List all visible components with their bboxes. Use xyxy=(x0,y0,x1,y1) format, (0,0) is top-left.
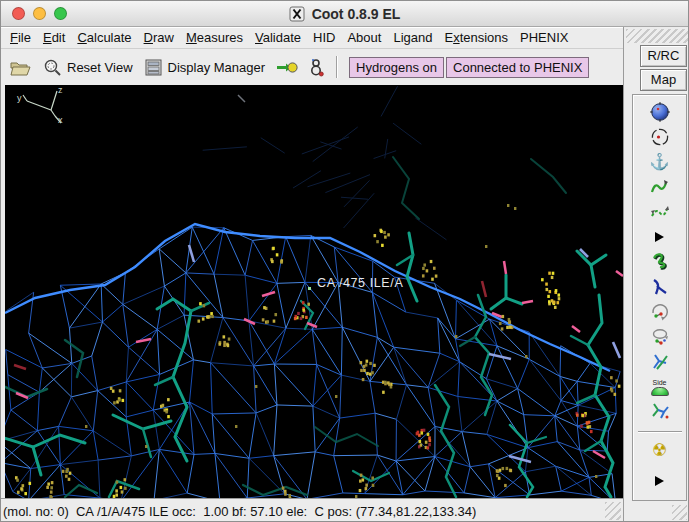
map-button[interactable]: Map xyxy=(640,69,687,91)
menu-item-draw[interactable]: Draw xyxy=(138,28,180,47)
axis-x-label: x xyxy=(58,115,63,125)
status-bar: (mol. no: 0) CA /1/A/475 ILE occ: 1.00 b… xyxy=(1,498,623,522)
menu-item-measures[interactable]: Measures xyxy=(180,28,249,47)
title-bar[interactable]: Coot 0.8.9 EL xyxy=(1,1,688,27)
menu-item-calculate[interactable]: Calculate xyxy=(71,28,137,47)
auto-fit-rotamer-icon xyxy=(649,251,671,273)
expand-tools-button[interactable] xyxy=(647,226,673,248)
target-icon xyxy=(649,126,671,148)
edit-chi-angles-icon xyxy=(649,326,671,348)
axis-z-label: z xyxy=(58,85,63,95)
menu-item-hid[interactable]: HID xyxy=(307,28,341,47)
auto-fit-rotamer-button[interactable] xyxy=(647,251,673,273)
anchor-icon: ⚓ xyxy=(650,154,670,170)
molecule-sticks xyxy=(5,157,623,497)
gl-canvas[interactable]: yzxCA /475 ILE/A xyxy=(5,85,623,498)
sphere-icon xyxy=(649,101,671,123)
atom-label: CA /475 ILE/A xyxy=(317,276,403,290)
go-to-atom-button[interactable] xyxy=(274,58,300,77)
flip-peptide-icon xyxy=(649,351,671,373)
go-to-atom-icon xyxy=(276,60,298,75)
axis-y-label: y xyxy=(17,93,22,103)
open-folder-icon xyxy=(10,59,32,76)
side-label: Side xyxy=(652,379,666,386)
menu-item-about[interactable]: About xyxy=(341,28,387,47)
more-tools-button[interactable] xyxy=(647,470,673,492)
regularize-zone-button[interactable] xyxy=(647,201,673,223)
axes-indicator: yzx xyxy=(17,85,63,125)
sphere-refine-button[interactable] xyxy=(647,101,673,123)
close-button[interactable] xyxy=(12,7,25,20)
magnifier-icon xyxy=(43,58,62,77)
hydrogens-toggle[interactable]: Hydrogens on xyxy=(349,57,444,78)
window-title: Coot 0.8.9 EL xyxy=(312,6,401,22)
labels: CA /475 ILE/A xyxy=(317,276,403,290)
side-chain-flip-button[interactable]: Side xyxy=(647,376,673,398)
edit-chi-angles-button[interactable] xyxy=(647,326,673,348)
jed-flip-button[interactable] xyxy=(647,401,673,423)
density-mesh xyxy=(5,86,620,498)
menu-item-phenix[interactable]: PHENIX xyxy=(514,28,574,47)
menu-item-validate[interactable]: Validate xyxy=(249,28,307,47)
play-icon xyxy=(655,476,664,486)
rotamers-button[interactable] xyxy=(647,276,673,298)
menu-item-extensions[interactable]: Extensions xyxy=(438,28,514,47)
status-text: (mol. no: 0) CA /1/A/475 ILE occ: 1.00 b… xyxy=(3,504,476,519)
real-space-refine-button[interactable] xyxy=(647,176,673,198)
rotamer-icon xyxy=(649,276,671,298)
rrc-button[interactable]: R/RC xyxy=(640,45,687,67)
phenix-connection-status[interactable]: Connected to PHENIX xyxy=(446,57,589,78)
menu-item-file[interactable]: File xyxy=(4,28,37,47)
display-manager-button[interactable]: Display Manager xyxy=(142,57,268,78)
right-panel: R/RC Map ⚓ xyxy=(623,27,689,522)
x11-icon xyxy=(289,6,305,22)
flip-peptide-button[interactable] xyxy=(647,351,673,373)
symmetry-molecule-button[interactable] xyxy=(307,56,326,79)
zoom-button[interactable] xyxy=(54,7,67,20)
open-coordinates-button[interactable] xyxy=(8,57,34,78)
menu-item-ligand[interactable]: Ligand xyxy=(387,28,438,47)
toolbar-separator xyxy=(336,56,337,78)
minimize-button[interactable] xyxy=(33,7,46,20)
rotate-translate-button[interactable] xyxy=(647,301,673,323)
window-resize-grip[interactable] xyxy=(672,505,687,520)
tray-separator xyxy=(638,431,682,432)
recentre-target-button[interactable] xyxy=(647,126,673,148)
modelling-tray: ⚓ xyxy=(632,94,687,501)
panel-drag-grip[interactable] xyxy=(626,29,688,43)
side-dome-icon xyxy=(651,387,669,396)
regularize-zone-icon xyxy=(649,201,671,223)
radiation-icon: ☢ xyxy=(652,442,667,459)
display-manager-icon xyxy=(144,59,163,76)
play-icon xyxy=(655,232,664,242)
molecule-icon xyxy=(309,58,324,77)
coot-window: Coot 0.8.9 EL FileEditCalculateDrawMeasu… xyxy=(0,0,689,522)
toolbar: Reset View Display Manager xyxy=(1,49,623,85)
reset-view-button[interactable]: Reset View xyxy=(41,56,135,79)
rotate-translate-icon xyxy=(649,301,671,323)
statusbar-resize-grip[interactable] xyxy=(605,502,621,520)
refine-zone-icon xyxy=(649,176,671,198)
anchor-button[interactable]: ⚓ xyxy=(647,151,673,173)
menu-item-edit[interactable]: Edit xyxy=(37,28,71,47)
symmetry-button[interactable]: ☢ xyxy=(647,439,673,461)
reset-view-label: Reset View xyxy=(67,60,133,75)
display-manager-label: Display Manager xyxy=(168,60,266,75)
jed-flip-icon xyxy=(649,401,671,423)
menu-bar: FileEditCalculateDrawMeasuresValidateHID… xyxy=(1,27,623,49)
